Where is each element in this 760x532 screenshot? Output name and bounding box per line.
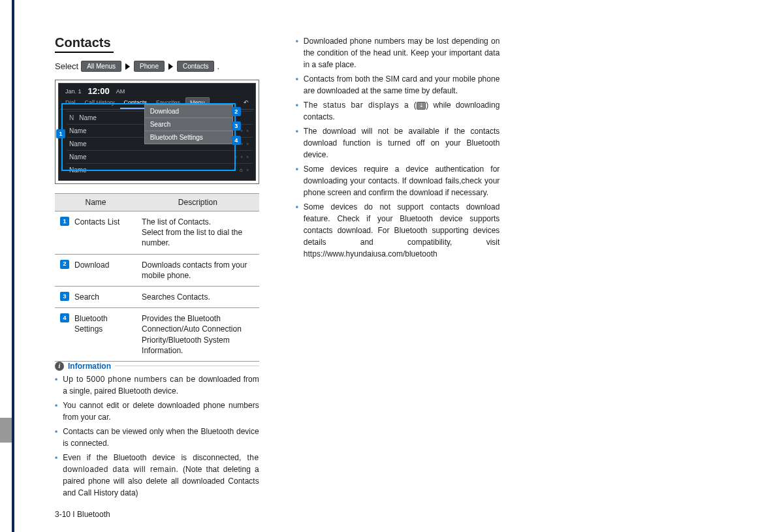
row1-desc: The list of Contacts. Select from the li…: [136, 211, 259, 255]
badge-4: 4: [60, 313, 69, 322]
download-status-icon: ⇣: [417, 102, 426, 110]
info-6: Contacts from both the SIM card and your…: [304, 73, 499, 97]
scr-tab-history: Call History: [81, 97, 119, 109]
row3-name: Search: [74, 292, 99, 302]
badge-1: 1: [60, 217, 69, 226]
info-5: Downloaded phone numbers may be lost dep…: [304, 35, 499, 70]
scr-back-icon: ↶: [240, 97, 253, 109]
scr-date: Jan. 1: [65, 88, 82, 95]
select-label: Select: [55, 61, 78, 71]
section-title: Contacts: [55, 35, 114, 53]
callout-2: 2: [232, 107, 241, 116]
chevron-right-icon: [168, 63, 173, 70]
row2-name: Download: [74, 260, 109, 270]
info-8: The download will not be available if th…: [304, 125, 499, 161]
side-stripe: [12, 0, 14, 532]
chip-all-menus: All Menus: [81, 61, 121, 72]
row4-name: Bluetooth Settings: [74, 313, 131, 334]
row2-desc: Downloads contacts from your mobile phon…: [136, 254, 259, 286]
scr-col-name: Name: [79, 114, 97, 121]
info-10: Some devices do not support contacts dow…: [304, 201, 499, 260]
scr-time: 12:00: [88, 86, 110, 96]
scr-tab-dial: Dial: [61, 97, 80, 109]
scr-menu-search: Search: [145, 118, 232, 131]
chip-contacts: Contacts: [177, 61, 214, 72]
side-tab: [0, 418, 12, 443]
badge-3: 3: [60, 292, 69, 301]
info-7a: The status bar displays a (: [304, 101, 417, 110]
info-9: Some devices require a device authentica…: [304, 163, 499, 198]
device-screenshot: Jan. 1 12:00 AM Dial Call History Contac…: [55, 80, 259, 184]
scr-menu-download: Download: [145, 105, 232, 118]
period: .: [217, 61, 219, 71]
row3-desc: Searches Contacts.: [136, 286, 259, 307]
page-footer: 3-10 I Bluetooth: [55, 510, 110, 519]
info-icon: i: [55, 362, 64, 371]
badge-2: 2: [60, 260, 69, 269]
th-name: Name: [55, 194, 136, 211]
info-divider: [115, 366, 259, 366]
scr-col-n: N: [69, 114, 74, 121]
callout-4: 4: [232, 136, 241, 145]
reference-table: Name Description 1Contacts List The list…: [55, 193, 259, 362]
info-label: Information: [68, 362, 111, 371]
scr-dropdown: Download Search Bluetooth Settings: [144, 104, 233, 144]
info-heading: i Information: [55, 362, 259, 371]
th-desc: Description: [136, 194, 259, 211]
scr-menu-bt: Bluetooth Settings: [145, 131, 232, 144]
scr-row-name: Name: [69, 153, 87, 161]
scr-row-name: Name: [69, 127, 87, 134]
chevron-right-icon: [125, 63, 130, 70]
row4-desc: Provides the Bluetooth Connection/Auto C…: [136, 308, 259, 362]
scr-row-name: Name: [69, 166, 87, 174]
scr-ampm: AM: [116, 88, 125, 95]
chip-phone: Phone: [134, 61, 165, 72]
callout-1: 1: [56, 129, 65, 138]
info-3: Contacts can be viewed only when the Blu…: [63, 426, 259, 449]
info-2: You cannot edit or delete downloaded pho…: [63, 399, 259, 423]
breadcrumb: Select All Menus Phone Contacts .: [55, 61, 259, 72]
row1-name: Contacts List: [74, 217, 119, 227]
info-1a: Up to 5000 phone numbers can be: [63, 375, 198, 384]
scr-row-name: Name: [69, 140, 87, 148]
callout-3: 3: [232, 121, 241, 131]
info-4a: Even if the Bluetooth device is disconne…: [63, 453, 247, 462]
